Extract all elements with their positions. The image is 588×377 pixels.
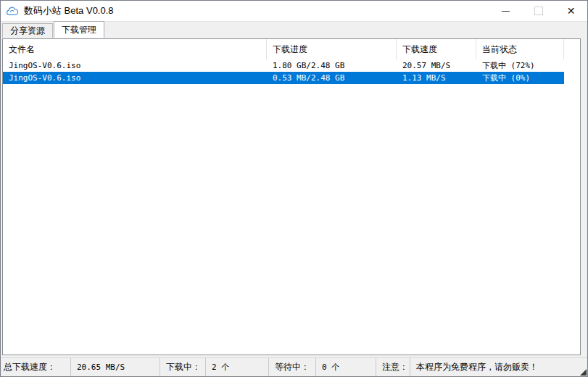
tab-download-manager[interactable]: 下载管理 — [54, 21, 104, 38]
maximize-icon — [534, 7, 543, 15]
downloading-count: 2 个 — [206, 358, 269, 376]
cell-filename: JingOS-V0.6.iso — [3, 73, 267, 83]
minimize-icon — [502, 11, 510, 12]
cell-progress: 1.80 GB/2.48 GB — [267, 61, 397, 70]
waiting-label: 等待中： — [269, 358, 316, 376]
cell-speed: 20.57 MB/S — [397, 61, 476, 70]
column-header-filename[interactable]: 文件名 — [3, 39, 267, 59]
cell-filename: JingOS-V0.6.iso — [3, 61, 267, 70]
resize-grip[interactable] — [580, 369, 587, 376]
column-header-progress[interactable]: 下载进度 — [267, 39, 397, 59]
cell-status: 下载中 (0%) — [476, 72, 564, 83]
minimize-button[interactable] — [489, 1, 522, 21]
notice-text: 本程序为免费程序，请勿贩卖！ — [410, 358, 587, 376]
maximize-button[interactable] — [522, 1, 555, 21]
cell-speed: 1.13 MB/S — [397, 73, 476, 83]
status-bar: 总下载速度： 20.65 MB/S 下载中： 2 个 等待中： 0 个 注意： … — [1, 357, 587, 376]
notice-label: 注意： — [376, 358, 410, 376]
cell-status: 下载中 (72%) — [476, 60, 564, 71]
download-row-selected[interactable]: JingOS-V0.6.iso 0.53 MB/2.48 GB 1.13 MB/… — [3, 72, 564, 84]
table-header: 文件名 下载进度 下载速度 当前状态 — [3, 39, 580, 59]
tab-share-resources[interactable]: 分享资源 — [2, 23, 53, 38]
cell-progress: 0.53 MB/2.48 GB — [267, 73, 397, 83]
column-header-speed[interactable]: 下载速度 — [397, 39, 476, 59]
waiting-count: 0 个 — [316, 358, 376, 376]
downloading-label: 下载中： — [160, 358, 206, 376]
total-speed-value: 20.65 MB/S — [71, 358, 160, 376]
tab-bar: 分享资源 下载管理 — [2, 21, 105, 38]
app-window: 数码小站 Beta V0.0.8 ✕ 分享资源 下载管理 文件名 下载进度 下载… — [0, 0, 588, 377]
total-speed-label: 总下载速度： — [1, 358, 71, 376]
window-controls: ✕ — [489, 1, 587, 21]
cloud-sync-app-icon — [6, 6, 19, 17]
titlebar: 数码小站 Beta V0.0.8 ✕ — [1, 1, 587, 22]
close-icon: ✕ — [567, 6, 576, 16]
close-button[interactable]: ✕ — [555, 1, 587, 21]
column-header-status[interactable]: 当前状态 — [476, 39, 564, 59]
window-title: 数码小站 Beta V0.0.8 — [24, 4, 114, 17]
download-table: 文件名 下载进度 下载速度 当前状态 JingOS-V0.6.iso 1.80 … — [2, 38, 581, 355]
download-row[interactable]: JingOS-V0.6.iso 1.80 GB/2.48 GB 20.57 MB… — [3, 59, 564, 72]
